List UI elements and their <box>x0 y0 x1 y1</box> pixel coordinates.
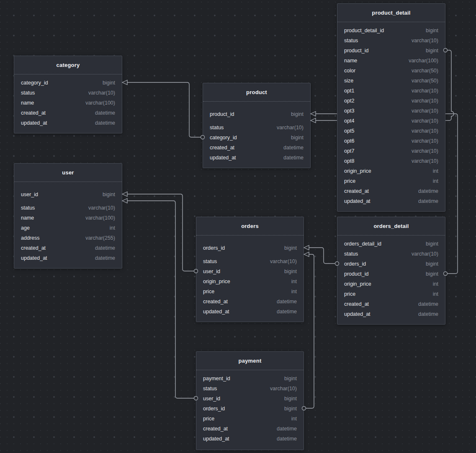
column-row[interactable]: statusvarchar(10) <box>337 36 445 46</box>
column-row[interactable]: category_idbigint <box>14 78 122 88</box>
column-row[interactable]: created_atdatetime <box>337 186 445 196</box>
column-type: datetime <box>418 188 438 194</box>
column-row[interactable]: updated_atdatetime <box>337 196 445 206</box>
column-row[interactable]: orders_detail_idbigint <box>337 239 445 249</box>
column-row[interactable]: updated_atdatetime <box>14 118 122 128</box>
column-row[interactable]: created_atdatetime <box>196 297 304 307</box>
column-row[interactable]: opt1varchar(10) <box>337 86 445 96</box>
column-row[interactable]: addressvarchar(255) <box>14 233 122 243</box>
table-title[interactable]: orders <box>196 217 304 235</box>
column-name: origin_price <box>344 281 371 287</box>
column-row[interactable]: namevarchar(100) <box>14 213 122 223</box>
table-orders[interactable]: orders orders_idbigintstatusvarchar(10)u… <box>196 217 304 322</box>
column-name: updated_at <box>203 309 229 315</box>
column-name: status <box>203 386 217 392</box>
column-row[interactable]: origin_priceint <box>337 166 445 176</box>
column-row[interactable]: created_atdatetime <box>337 299 445 309</box>
column-type: int <box>110 225 115 231</box>
table-product-detail[interactable]: product_detail product_detail_idbigintst… <box>337 3 445 212</box>
column-row[interactable]: opt8varchar(10) <box>337 156 445 166</box>
column-type: datetime <box>95 110 115 116</box>
column-row[interactable]: statusvarchar(10) <box>196 384 304 394</box>
relationship-orders-detail-orders[interactable] <box>309 248 337 264</box>
column-type: bigint <box>284 376 297 381</box>
column-row[interactable]: opt4varchar(10) <box>337 116 445 126</box>
column-row[interactable]: product_idbigint <box>203 109 310 119</box>
table-title[interactable]: user <box>14 164 122 182</box>
column-row[interactable]: statusvarchar(10) <box>14 203 122 213</box>
column-row[interactable]: origin_priceint <box>337 279 445 289</box>
column-row[interactable]: user_idbigint <box>196 266 304 276</box>
relationship-payment-orders[interactable] <box>304 254 314 408</box>
column-row[interactable]: product_idbigint <box>337 46 445 56</box>
column-row[interactable]: statusvarchar(10) <box>337 249 445 259</box>
column-row[interactable]: opt6varchar(10) <box>337 136 445 146</box>
column-row[interactable]: product_idbigint <box>337 269 445 279</box>
column-name: size <box>344 78 353 84</box>
column-row[interactable]: payment_idbigint <box>196 374 304 384</box>
column-name: updated_at <box>344 311 371 317</box>
column-row[interactable]: category_idbigint <box>203 133 310 143</box>
column-row[interactable]: created_atdatetime <box>196 424 304 434</box>
column-name: category_id <box>21 80 48 86</box>
table-title[interactable]: orders_detail <box>337 217 445 235</box>
column-row[interactable]: priceint <box>337 289 445 299</box>
column-type: datetime <box>418 311 438 317</box>
column-name: created_at <box>203 299 228 305</box>
column-type: varchar(100) <box>85 100 115 106</box>
table-user[interactable]: user user_idbigintstatusvarchar(10)namev… <box>14 163 122 269</box>
column-row[interactable]: user_idbigint <box>196 394 304 404</box>
column-row[interactable]: ageint <box>14 223 122 233</box>
column-row[interactable]: opt5varchar(10) <box>337 126 445 136</box>
relationship-orders-user[interactable] <box>127 194 196 271</box>
column-row[interactable]: created_atdatetime <box>203 143 310 153</box>
column-row[interactable]: namevarchar(100) <box>14 98 122 108</box>
column-row[interactable]: created_atdatetime <box>14 108 122 118</box>
column-row[interactable]: updated_atdatetime <box>337 309 445 319</box>
column-row[interactable]: priceint <box>337 176 445 186</box>
relationship-product-category[interactable] <box>127 82 203 137</box>
column-type: bigint <box>291 135 304 141</box>
table-category[interactable]: category category_idbigintstatusvarchar(… <box>14 56 122 133</box>
column-type: varchar(10) <box>412 138 438 144</box>
column-row[interactable]: opt2varchar(10) <box>337 96 445 106</box>
column-name: name <box>21 215 34 221</box>
relationship-payment-user[interactable] <box>127 201 196 398</box>
table-orders-detail[interactable]: orders_detail orders_detail_idbigintstat… <box>337 217 445 325</box>
column-row[interactable]: updated_atdatetime <box>196 307 304 317</box>
column-row[interactable]: priceint <box>196 287 304 297</box>
column-name: created_at <box>344 188 369 194</box>
column-row[interactable]: statusvarchar(10) <box>14 88 122 98</box>
column-row[interactable]: orders_idbigint <box>337 259 445 269</box>
column-type: int <box>291 279 297 284</box>
column-row[interactable]: updated_atdatetime <box>14 253 122 263</box>
column-row[interactable]: opt3varchar(10) <box>337 106 445 116</box>
table-title[interactable]: payment <box>196 352 304 370</box>
table-title[interactable]: category <box>14 56 122 74</box>
column-type: datetime <box>95 120 115 126</box>
column-row[interactable]: namevarchar(100) <box>337 56 445 66</box>
table-payment[interactable]: payment payment_idbigintstatusvarchar(10… <box>196 351 304 450</box>
column-row[interactable]: statusvarchar(10) <box>196 256 304 266</box>
column-row[interactable]: opt7varchar(10) <box>337 146 445 156</box>
column-row[interactable]: updated_atdatetime <box>203 153 310 163</box>
column-row[interactable]: sizevarchar(50) <box>337 76 445 86</box>
table-title[interactable]: product_detail <box>337 4 445 22</box>
column-row[interactable]: colorvarchar(50) <box>337 66 445 76</box>
column-row[interactable]: orders_idbigint <box>196 243 304 253</box>
erd-canvas[interactable]: category category_idbigintstatusvarchar(… <box>0 0 476 453</box>
column-row[interactable]: origin_priceint <box>196 276 304 287</box>
table-product[interactable]: product product_idbigintstatusvarchar(10… <box>203 83 311 168</box>
column-name: name <box>21 100 34 106</box>
table-title[interactable]: product <box>203 83 310 102</box>
column-row[interactable]: product_detail_idbigint <box>337 26 445 36</box>
column-row[interactable]: orders_idbigint <box>196 404 304 414</box>
column-row[interactable]: created_atdatetime <box>14 243 122 253</box>
column-row[interactable]: priceint <box>196 414 304 424</box>
column-row[interactable]: user_idbigint <box>14 189 122 200</box>
column-name: opt5 <box>344 128 354 134</box>
column-row[interactable]: statusvarchar(10) <box>203 123 310 133</box>
column-name: updated_at <box>203 436 229 442</box>
column-row[interactable]: updated_atdatetime <box>196 434 304 444</box>
column-type: varchar(10) <box>88 90 115 96</box>
